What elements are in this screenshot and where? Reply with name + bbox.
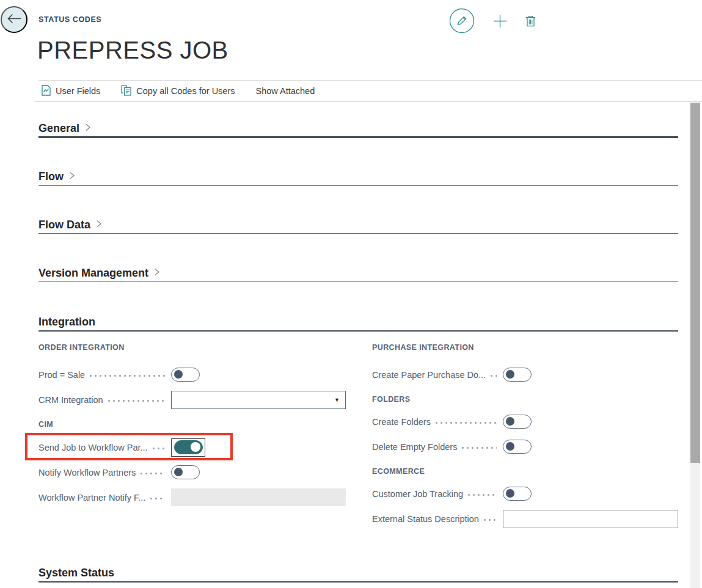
crm-integration-select[interactable]: ▼ [171, 391, 346, 409]
section-header-flow-data[interactable]: Flow Data [38, 217, 102, 233]
dotted-leader [484, 519, 497, 521]
field-label-create-paper: Create Paper Purchase Do... [372, 370, 486, 380]
toggle-create-folders[interactable] [503, 415, 532, 429]
field-row-customer-tracking: Customer Job Tracking [372, 481, 678, 506]
plus-icon [493, 14, 507, 30]
toolbar-bottom-divider [35, 101, 702, 102]
chevron-right-icon [69, 169, 75, 184]
toolbar-user-fields[interactable]: User Fields [40, 82, 101, 100]
chevron-right-icon [96, 217, 102, 233]
field-label-notify-partners: Notify Workflow Partners [38, 468, 136, 477]
section-integration: Integration ORDER INTEGRATION Prod = Sal… [38, 314, 678, 531]
field-row-send-job: Send Job to Workflow Par... [38, 435, 344, 460]
section-flow: Flow [38, 169, 678, 186]
section-divider [38, 233, 678, 234]
group-caption-cim: CIM [38, 418, 344, 430]
dotted-leader [90, 375, 165, 377]
page-title: PREPRESS JOB [37, 37, 229, 64]
field-row-partner-notify: Workflow Partner Notify F... [38, 485, 344, 510]
chevron-right-icon [85, 120, 91, 136]
edit-button[interactable] [448, 7, 476, 37]
field-label-prod-sale: Prod = Sale [38, 370, 85, 380]
section-header-general[interactable]: General [38, 120, 91, 136]
dotted-leader [153, 448, 165, 449]
vertical-scrollbar[interactable] [690, 102, 700, 588]
dotted-leader [468, 494, 497, 496]
section-header-integration[interactable]: Integration [38, 314, 95, 330]
section-header-flow[interactable]: Flow [38, 169, 75, 184]
field-row-crm-integration: CRM Integration ▼ [38, 387, 344, 412]
toolbar-show-attached[interactable]: Show Attached [255, 84, 316, 98]
section-divider [38, 581, 678, 583]
dotted-leader [491, 375, 497, 377]
field-label-send-job: Send Job to Workflow Par... [38, 443, 148, 452]
section-divider [38, 185, 678, 186]
dotted-leader [108, 400, 165, 402]
section-header-version-management[interactable]: Version Management [38, 265, 160, 281]
external-status-input[interactable] [503, 510, 678, 528]
integration-right-column: PURCHASE INTEGRATION Create Paper Purcha… [372, 332, 678, 531]
trash-icon [525, 15, 536, 29]
toggle-knob [506, 442, 514, 451]
chevron-right-icon [154, 265, 160, 281]
toggle-knob [191, 442, 200, 452]
dropdown-caret-icon: ▼ [334, 397, 340, 403]
section-version-management: Version Management [38, 265, 678, 282]
group-caption-order-integration: ORDER INTEGRATION [38, 341, 344, 354]
section-divider [38, 136, 678, 138]
field-label-external-status: External Status Description [372, 514, 479, 524]
field-row-create-folders: Create Folders [372, 409, 678, 434]
section-flow-data: Flow Data [38, 217, 678, 234]
toggle-send-job[interactable] [174, 440, 203, 454]
toggle-prod-sale[interactable] [171, 368, 200, 382]
section-label: Flow [38, 169, 64, 184]
section-system-status: System Status [38, 565, 678, 583]
scrollbar-thumb[interactable] [690, 103, 700, 463]
toolbar-item-label: Copy all Codes for Users [136, 86, 235, 96]
field-label-crm-integration: CRM Integration [38, 395, 103, 405]
toolbar-item-label: Show Attached [256, 86, 315, 96]
toggle-create-paper[interactable] [503, 368, 532, 382]
group-caption-folders: FOLDERS [372, 393, 678, 405]
section-label: Integration [38, 314, 95, 330]
section-label: Version Management [38, 265, 148, 281]
section-divider [38, 281, 678, 282]
field-row-prod-sale: Prod = Sale [38, 362, 344, 387]
toggle-notify-partners[interactable] [171, 465, 200, 479]
field-label-customer-tracking: Customer Job Tracking [372, 489, 463, 499]
toolbar-item-label: User Fields [56, 86, 100, 96]
field-label-create-folders: Create Folders [372, 417, 431, 427]
header-actions [448, 7, 537, 37]
section-general: General [38, 120, 678, 138]
toggle-focus-outline [171, 438, 205, 457]
dotted-leader [436, 422, 497, 424]
toolbar-copy-codes[interactable]: Copy all Codes for Users [120, 82, 236, 100]
dotted-leader [462, 447, 497, 449]
dotted-leader [150, 498, 165, 499]
group-caption-ecommerce: ECOMMERCE [372, 465, 678, 477]
toggle-knob [174, 370, 183, 379]
page-chart-icon [42, 85, 51, 98]
back-button[interactable] [1, 6, 27, 33]
integration-left-column: ORDER INTEGRATION Prod = Sale CRM Integr… [38, 332, 344, 531]
toggle-customer-tracking[interactable] [503, 487, 532, 501]
section-label: System Status [38, 565, 114, 581]
integration-fields: ORDER INTEGRATION Prod = Sale CRM Integr… [38, 332, 678, 531]
dotted-leader [141, 473, 165, 474]
arrow-left-icon [7, 13, 21, 26]
delete-button[interactable] [524, 13, 537, 30]
section-header-system-status[interactable]: System Status [38, 565, 114, 581]
toggle-knob [174, 468, 183, 476]
toggle-knob [506, 489, 514, 498]
field-label-delete-empty: Delete Empty Folders [372, 442, 457, 452]
field-row-create-paper: Create Paper Purchase Do... [372, 362, 678, 387]
pencil-icon [449, 8, 475, 35]
section-label: Flow Data [38, 217, 90, 233]
new-button[interactable] [492, 13, 508, 31]
breadcrumb-caption: STATUS CODES [38, 15, 101, 24]
field-row-external-status: External Status Description [372, 506, 678, 531]
copy-icon [121, 85, 131, 98]
toggle-delete-empty[interactable] [503, 440, 532, 454]
field-label-partner-notify: Workflow Partner Notify F... [38, 493, 145, 503]
section-label: General [38, 120, 79, 136]
